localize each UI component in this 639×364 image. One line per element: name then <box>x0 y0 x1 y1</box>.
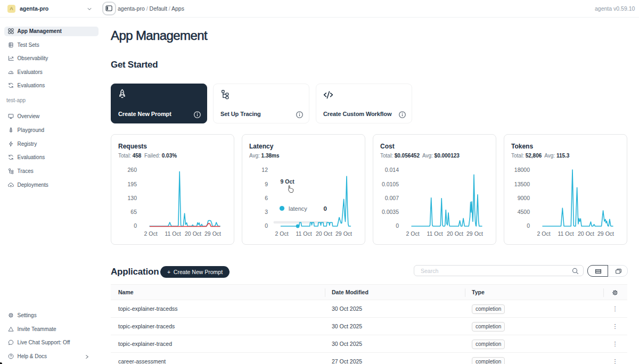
svg-text:29 Oct: 29 Oct <box>597 230 614 237</box>
svg-text:0.0105: 0.0105 <box>382 181 399 187</box>
svg-text:12: 12 <box>261 167 268 173</box>
svg-text:0: 0 <box>265 222 268 229</box>
svg-text:2 Oct: 2 Oct <box>537 230 550 237</box>
svg-text:4500: 4500 <box>518 209 530 215</box>
svg-text:20 Oct: 20 Oct <box>316 230 332 237</box>
svg-text:6: 6 <box>265 195 268 201</box>
svg-text:9 Oct: 9 Oct <box>281 178 295 185</box>
svg-text:11 Oct: 11 Oct <box>427 230 443 237</box>
svg-text:130: 130 <box>127 195 137 201</box>
svg-text:195: 195 <box>127 181 137 187</box>
svg-text:20 Oct: 20 Oct <box>578 230 594 237</box>
svg-text:2 Oct: 2 Oct <box>275 230 288 237</box>
svg-text:3: 3 <box>265 209 268 215</box>
svg-text:0: 0 <box>396 222 399 229</box>
svg-text:9: 9 <box>265 181 268 187</box>
svg-text:0: 0 <box>527 222 530 229</box>
svg-text:65: 65 <box>130 209 137 215</box>
svg-text:0.0035: 0.0035 <box>382 209 399 215</box>
svg-text:11 Oct: 11 Oct <box>558 230 574 237</box>
svg-text:29 Oct: 29 Oct <box>466 230 483 237</box>
svg-text:260: 260 <box>127 167 137 173</box>
svg-text:11 Oct: 11 Oct <box>165 230 181 237</box>
svg-text:2 Oct: 2 Oct <box>144 230 157 237</box>
svg-text:0: 0 <box>134 222 137 229</box>
svg-text:18000: 18000 <box>514 167 530 173</box>
svg-text:13500: 13500 <box>514 181 530 187</box>
svg-text:latency: latency <box>289 205 307 212</box>
svg-text:2 Oct: 2 Oct <box>406 230 419 237</box>
svg-text:29 Oct: 29 Oct <box>204 230 221 237</box>
svg-text:20 Oct: 20 Oct <box>447 230 463 237</box>
svg-text:0.014: 0.014 <box>385 167 399 173</box>
svg-text:0: 0 <box>324 205 327 212</box>
svg-text:0.007: 0.007 <box>385 195 399 201</box>
svg-text:20 Oct: 20 Oct <box>185 230 201 237</box>
svg-text:29 Oct: 29 Oct <box>335 230 352 237</box>
svg-text:9000: 9000 <box>518 195 530 201</box>
svg-text:11 Oct: 11 Oct <box>296 230 312 237</box>
